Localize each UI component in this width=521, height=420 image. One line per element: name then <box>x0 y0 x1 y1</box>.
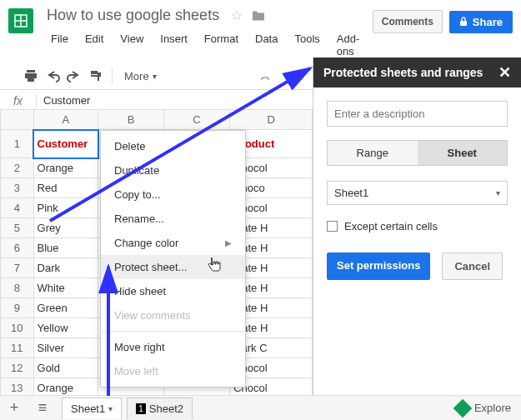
context-menu-item[interactable]: Move right <box>101 335 245 359</box>
menu-addons[interactable]: Add-ons <box>329 29 373 61</box>
doc-title[interactable]: How to use google sheets <box>43 5 223 26</box>
cancel-button[interactable]: Cancel <box>442 252 503 280</box>
sheet-tab-2-label: Sheet2 <box>149 402 183 415</box>
cell[interactable]: Yellow <box>33 318 98 338</box>
cell[interactable]: Orange <box>33 158 98 178</box>
explore-label: Explore <box>474 402 511 414</box>
share-label: Share <box>473 16 503 28</box>
menu-tools[interactable]: Tools <box>287 29 327 61</box>
row-header[interactable]: 1 <box>1 130 34 158</box>
add-sheet-button[interactable]: + <box>0 396 28 421</box>
context-menu-separator <box>101 331 245 332</box>
row-header[interactable]: 6 <box>1 238 34 258</box>
print-icon[interactable] <box>23 68 38 83</box>
paint-format-icon[interactable] <box>88 68 103 83</box>
sheet-select-value: Sheet1 <box>334 187 368 199</box>
context-menu-item: Move left <box>101 359 245 383</box>
sheets-logo <box>8 8 33 33</box>
col-header-B[interactable]: B <box>98 110 164 130</box>
context-menu-item[interactable]: Protect sheet... <box>101 255 245 279</box>
tab-sheet[interactable]: Sheet <box>418 141 508 165</box>
sheet-tab-1[interactable]: Sheet1 ▾ <box>62 398 122 419</box>
range-sheet-tabs: Range Sheet <box>327 140 508 166</box>
menu-view[interactable]: View <box>113 29 151 61</box>
caret-down-icon: ▾ <box>108 404 113 413</box>
side-panel-header: Protected sheets and ranges ✕ <box>313 58 521 88</box>
collapse-toolbar-icon[interactable]: ︽ <box>260 68 271 83</box>
redo-icon[interactable] <box>67 68 82 83</box>
cell[interactable]: Silver <box>33 338 98 358</box>
cell[interactable]: Blue <box>33 238 98 258</box>
side-panel: Protected sheets and ranges ✕ Range Shee… <box>313 58 521 395</box>
toolbar-separator <box>112 68 113 84</box>
fx-label: fx <box>0 94 37 108</box>
explore-button[interactable]: Explore <box>446 402 521 415</box>
cell[interactable]: Grey <box>33 218 98 238</box>
context-menu-item[interactable]: Duplicate <box>101 158 245 182</box>
checkbox-icon[interactable] <box>327 221 338 232</box>
col-header-C[interactable]: C <box>163 110 229 130</box>
close-icon[interactable]: ✕ <box>498 63 511 82</box>
cell[interactable]: Customer <box>33 130 98 158</box>
menu-bar: File Edit View Insert Format Data Tools … <box>43 29 373 61</box>
undo-icon[interactable] <box>45 68 60 83</box>
cell[interactable]: Gold <box>33 358 98 378</box>
star-icon[interactable]: ☆ <box>231 8 243 23</box>
menu-insert[interactable]: Insert <box>153 29 195 61</box>
row-header[interactable]: 5 <box>1 218 34 238</box>
row-header[interactable]: 11 <box>1 338 34 358</box>
cell[interactable]: Pink <box>33 198 98 218</box>
row-header[interactable]: 7 <box>1 258 34 278</box>
row-header[interactable]: 4 <box>1 198 34 218</box>
row-header[interactable]: 13 <box>1 378 34 396</box>
tab-range[interactable]: Range <box>328 141 418 165</box>
col-header-D[interactable]: D <box>230 110 313 130</box>
col-header-A[interactable]: A <box>33 110 98 130</box>
title-area: How to use google sheets ☆ File Edit Vie… <box>43 5 373 61</box>
sheet-tab-2[interactable]: 1 Sheet2 <box>127 398 193 419</box>
set-permissions-button[interactable]: Set permissions <box>327 252 430 280</box>
context-menu-item: View comments <box>101 303 245 328</box>
fx-value[interactable]: Customer <box>37 94 97 107</box>
cell[interactable]: White <box>33 278 98 298</box>
sheet-tabs-bar: + ≡ Sheet1 ▾ 1 Sheet2 Explore <box>0 395 521 420</box>
menu-data[interactable]: Data <box>248 29 285 61</box>
corner-cell[interactable] <box>1 110 34 130</box>
menu-file[interactable]: File <box>43 29 76 61</box>
cell[interactable]: Orange <box>33 378 98 396</box>
grid-icon <box>14 14 28 28</box>
row-header[interactable]: 8 <box>1 278 34 298</box>
comment-count-badge: 1 <box>136 403 146 414</box>
sheet-tab-1-label: Sheet1 <box>71 402 105 415</box>
caret-down-icon: ▾ <box>496 188 500 198</box>
toolbar-more[interactable]: More ▾ <box>121 68 160 84</box>
header: How to use google sheets ☆ File Edit Vie… <box>0 0 521 61</box>
comments-button[interactable]: Comments <box>373 10 443 33</box>
sheet-select[interactable]: Sheet1 ▾ <box>327 181 508 205</box>
context-menu-item[interactable]: Copy to... <box>101 182 245 207</box>
row-header[interactable]: 2 <box>1 158 34 178</box>
except-label: Except certain cells <box>344 220 438 232</box>
context-menu-item[interactable]: Hide sheet <box>101 279 245 303</box>
context-menu-item[interactable]: Delete <box>101 134 245 158</box>
cell[interactable]: Green <box>33 298 98 318</box>
row-header[interactable]: 9 <box>1 298 34 318</box>
context-menu: DeleteDuplicateCopy to...Rename...Change… <box>100 130 246 388</box>
all-sheets-button[interactable]: ≡ <box>28 396 57 421</box>
cell[interactable]: Dark <box>33 258 98 278</box>
svg-rect-3 <box>460 21 467 26</box>
context-menu-item[interactable]: Change color▶ <box>101 231 245 255</box>
share-button[interactable]: Share <box>449 11 513 33</box>
description-input[interactable] <box>327 101 508 127</box>
context-menu-item[interactable]: Rename... <box>101 207 245 231</box>
row-header[interactable]: 12 <box>1 358 34 378</box>
menu-edit[interactable]: Edit <box>78 29 111 61</box>
more-label: More <box>124 70 149 82</box>
explore-icon <box>453 398 473 418</box>
menu-format[interactable]: Format <box>197 29 246 61</box>
row-header[interactable]: 10 <box>1 318 34 338</box>
except-checkbox-row[interactable]: Except certain cells <box>327 220 508 232</box>
cell[interactable]: Red <box>33 178 98 198</box>
row-header[interactable]: 3 <box>1 178 34 198</box>
folder-icon[interactable] <box>251 10 266 22</box>
